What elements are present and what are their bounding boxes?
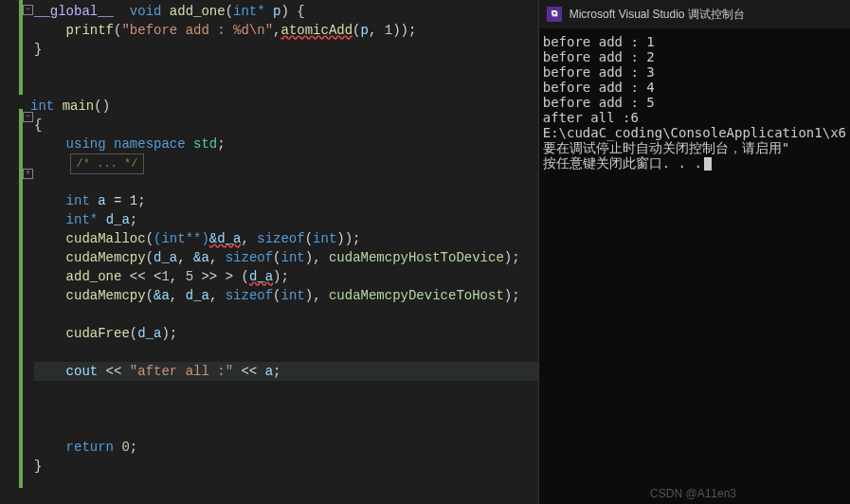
code-token: sizeof xyxy=(226,288,273,303)
code-editor[interactable]: − − + __global__ void add_one(int* p) { … xyxy=(0,0,538,504)
code-token: int* xyxy=(66,212,99,227)
console-line: before add : 3 xyxy=(543,64,655,80)
code-token: cudaMemcpy xyxy=(66,250,146,265)
console-titlebar[interactable]: ⧉ Microsoft Visual Studio 调试控制台 xyxy=(539,0,850,28)
code-token: cudaFree xyxy=(66,326,130,341)
code-token: 5 xyxy=(186,269,193,284)
code-token: cudaMemcpy xyxy=(66,288,146,303)
code-token: cout xyxy=(66,364,99,379)
code-token: d_a xyxy=(106,212,130,227)
code-token: p xyxy=(361,23,369,38)
code-token: "after all :" xyxy=(130,364,233,379)
code-token: p xyxy=(273,4,280,19)
fold-toggle[interactable]: − xyxy=(23,5,33,15)
code-token: int* xyxy=(233,4,265,19)
code-token: int xyxy=(313,231,336,246)
fold-toggle[interactable]: + xyxy=(23,169,33,179)
code-token: a xyxy=(265,364,273,379)
watermark: CSDN @A11en3 xyxy=(650,487,736,500)
console-line: before add : 5 xyxy=(543,95,655,110)
code-token: int xyxy=(281,250,305,265)
code-token-error: &d_a xyxy=(209,231,242,246)
code-token: __global__ xyxy=(34,4,114,19)
code-token: using xyxy=(66,136,106,152)
code-token: d_a xyxy=(137,326,161,341)
code-token: add_one xyxy=(170,4,226,19)
cursor xyxy=(704,157,712,171)
console-line: before add : 1 xyxy=(543,34,655,49)
code-token: d_a xyxy=(186,288,209,303)
code-token: int xyxy=(281,288,305,303)
code-token: &a xyxy=(154,288,170,303)
console-line: 按任意键关闭此窗口. . . xyxy=(543,155,702,171)
debug-console-window: ⧉ Microsoft Visual Studio 调试控制台 before a… xyxy=(538,0,850,504)
code-token: 1 xyxy=(385,23,392,38)
code-token: int xyxy=(30,99,54,114)
vs-icon: ⧉ xyxy=(547,7,562,22)
code-token: sizeof xyxy=(226,250,273,265)
code-token: d_a xyxy=(154,250,177,265)
code-token: 0 xyxy=(121,440,129,455)
code-token: std xyxy=(193,136,217,152)
code-token: = 1 xyxy=(106,193,138,208)
console-line: E:\cudaC_coding\ConsoleApplication1\x6 xyxy=(543,125,846,140)
code-content[interactable]: __global__ void add_one(int* p) { printf… xyxy=(34,0,538,476)
code-token: cudaMemcpyHostToDevice xyxy=(329,250,504,265)
code-token: (int**) xyxy=(154,231,209,246)
collapsed-region[interactable]: /* ... */ xyxy=(70,153,145,174)
code-token: main xyxy=(63,99,95,114)
code-token: return xyxy=(66,440,114,455)
console-line: before add : 2 xyxy=(543,49,655,64)
change-indicator xyxy=(19,109,23,488)
code-token: cudaMemcpyDeviceToHost xyxy=(329,288,504,303)
code-token-error: atomicAdd xyxy=(280,23,353,38)
code-token: << xyxy=(98,364,130,379)
code-token: a xyxy=(98,193,105,208)
code-token: sizeof xyxy=(257,231,304,246)
code-token: namespace xyxy=(114,136,186,152)
code-token-error: d_a xyxy=(249,269,273,284)
console-line: before add : 4 xyxy=(543,80,655,95)
code-token: << xyxy=(233,364,265,379)
code-token: cudaMalloc xyxy=(66,231,146,246)
code-token: int xyxy=(66,193,90,208)
console-line: after all :6 xyxy=(543,110,639,125)
code-token: 1 xyxy=(161,269,169,284)
code-token: void xyxy=(130,4,162,19)
code-token: printf xyxy=(66,23,114,38)
console-output[interactable]: before add : 1 before add : 2 before add… xyxy=(539,28,850,504)
code-token: "before add : %d\n" xyxy=(121,23,273,38)
code-token: add_one xyxy=(66,269,122,284)
console-line: 要在调试停止时自动关闭控制台，请启用" xyxy=(543,140,789,155)
console-title: Microsoft Visual Studio 调试控制台 xyxy=(570,7,745,23)
code-token: &a xyxy=(193,250,209,265)
